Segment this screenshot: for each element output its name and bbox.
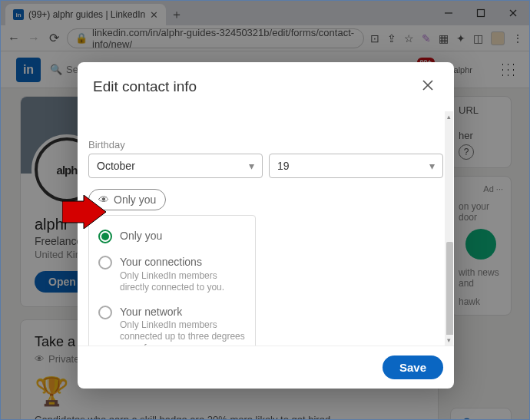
edit-contact-info-modal: Edit contact info ▴ ▾ Birthday October ▾… xyxy=(78,62,454,389)
scroll-down-arrow[interactable]: ▾ xyxy=(445,335,453,346)
visibility-option-connections[interactable]: Your connections Only LinkedIn members d… xyxy=(89,250,255,299)
birthday-label: Birthday xyxy=(88,139,443,150)
modal-close-icon[interactable] xyxy=(417,74,439,99)
visibility-dropdown: Only you Your connections Only LinkedIn … xyxy=(88,215,256,346)
radio-selected-icon xyxy=(98,230,112,243)
scroll-up-arrow[interactable]: ▴ xyxy=(445,111,453,122)
visibility-option-network[interactable]: Your network Only LinkedIn members conne… xyxy=(89,299,255,346)
caret-down-icon: ▾ xyxy=(249,160,254,172)
visibility-pill[interactable]: 👁 Only you xyxy=(88,189,166,210)
visibility-pill-label: Only you xyxy=(114,193,156,206)
month-value: October xyxy=(97,160,135,172)
day-value: 19 xyxy=(277,160,290,172)
eye-icon: 👁 xyxy=(98,193,109,206)
scrollbar-thumb[interactable] xyxy=(446,242,453,346)
caret-down-icon: ▾ xyxy=(429,160,435,172)
opt-desc: Only LinkedIn members connected up to th… xyxy=(120,319,246,346)
radio-unselected-icon xyxy=(98,306,112,319)
birthday-month-select[interactable]: October ▾ xyxy=(88,154,263,178)
save-button[interactable]: Save xyxy=(383,356,443,379)
birthday-day-select[interactable]: 19 ▾ xyxy=(269,154,443,178)
opt-label: Only you xyxy=(120,230,162,243)
opt-label: Your network xyxy=(120,306,246,319)
opt-label: Your connections xyxy=(120,256,246,270)
radio-unselected-icon xyxy=(98,256,112,270)
modal-title: Edit contact info xyxy=(93,78,197,95)
visibility-option-only-you[interactable]: Only you xyxy=(89,223,255,250)
opt-desc: Only LinkedIn members directly connected… xyxy=(120,270,246,293)
